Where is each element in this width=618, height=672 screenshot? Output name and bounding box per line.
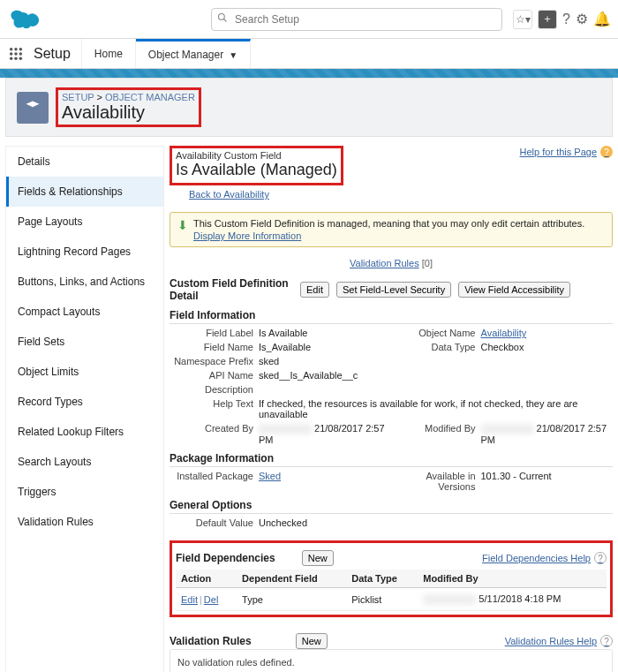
field-pre-title: Availability Custom Field — [176, 150, 337, 161]
object-name-link[interactable]: Availability — [481, 328, 527, 338]
k-object-name: Object Name — [396, 328, 476, 338]
k-api-name: API Name — [170, 370, 253, 381]
dep-del-link[interactable]: Del — [204, 594, 219, 605]
page-help-link[interactable]: Help for this Page ? — [520, 146, 613, 158]
sidebar-item-object-limits[interactable]: Object Limits — [6, 357, 163, 387]
download-icon: ⬇ — [177, 218, 188, 241]
tab-object-manager[interactable]: Object Manager ▼ — [136, 39, 251, 68]
validation-empty: No validation rules defined. — [170, 649, 613, 672]
k-default-value: Default Value — [170, 517, 253, 528]
app-launcher-icon[interactable] — [0, 39, 32, 68]
sidebar-item-fields[interactable]: Fields & Relationships — [6, 177, 163, 207]
blurred-user — [481, 424, 534, 434]
add-icon[interactable]: ＋ — [538, 10, 557, 29]
gear-icon[interactable]: ⚙ — [576, 11, 588, 27]
field-title-box: Availability Custom Field Is Available (… — [170, 146, 343, 185]
v-default-value: Unchecked — [259, 517, 613, 528]
breadcrumb-setup[interactable]: SETUP — [62, 92, 94, 102]
v-created-by: 21/08/2017 2:57 PM — [259, 423, 391, 445]
sidebar-item-triggers[interactable]: Triggers — [6, 477, 163, 507]
k-description: Description — [170, 384, 253, 395]
search-input[interactable] — [233, 12, 496, 26]
field-title: Is Available (Managed) — [176, 161, 337, 179]
svg-point-8 — [10, 57, 12, 59]
svg-point-6 — [14, 52, 17, 55]
v-modified-by: 21/08/2017 2:57 PM — [481, 423, 614, 445]
field-deps-help-label: Field Dependencies Help — [482, 553, 591, 563]
notice-text: This Custom Field Definition is managed,… — [193, 218, 584, 229]
main: Availability Custom Field Is Available (… — [170, 146, 613, 672]
installed-pkg-link[interactable]: Sked — [259, 471, 281, 481]
dep-type-cell: Picklist — [346, 588, 418, 611]
validation-rules-help[interactable]: Validation Rules Help ? — [505, 635, 613, 647]
sidebar-item-page-layouts[interactable]: Page Layouts — [6, 207, 163, 237]
edit-button[interactable]: Edit — [300, 282, 329, 298]
field-info-heading: Field Information — [170, 307, 613, 324]
help-circle-icon: ? — [600, 146, 613, 158]
notification-icon[interactable]: 🔔 — [593, 11, 611, 27]
validation-rules-heading: Validation Rules — [170, 635, 252, 647]
k-field-label: Field Label — [170, 328, 253, 338]
v-field-name: Is_Available — [259, 342, 391, 352]
k-avail-versions: Available in Versions — [396, 471, 476, 492]
sidebar: Details Fields & Relationships Page Layo… — [5, 146, 164, 672]
sidebar-item-lookup-filters[interactable]: Related Lookup Filters — [6, 417, 163, 447]
search-icon — [217, 12, 228, 26]
dep-modby-cell: 5/11/2018 4:18 PM — [418, 588, 607, 611]
sidebar-item-field-sets[interactable]: Field Sets — [6, 327, 163, 357]
set-fls-button[interactable]: Set Field-Level Security — [336, 282, 451, 298]
v-help-text: If checked, the resources is available f… — [259, 398, 613, 419]
col-mod-by: Modified By — [418, 570, 607, 588]
notice-more-link[interactable]: Display More Information — [193, 230, 584, 241]
detail-title: Custom Field Definition Detail — [170, 277, 293, 302]
validation-anchor: Validation Rules [0] — [170, 258, 613, 268]
svg-point-7 — [19, 52, 22, 55]
table-header-row: Action Dependent Field Data Type Modifie… — [176, 570, 607, 588]
validation-rules-anchor-link[interactable]: Validation Rules — [350, 258, 419, 268]
validation-rules-header: Validation Rules New Validation Rules He… — [170, 630, 613, 649]
field-info-grid: Field Label Is Available Object Name Ava… — [170, 328, 613, 445]
page-header-text: SETUP > OBJECT MANAGER Availability — [56, 87, 201, 127]
chevron-down-icon: ▼ — [229, 50, 237, 60]
sidebar-item-record-types[interactable]: Record Types — [6, 387, 163, 417]
favorite-icon[interactable]: ☆▾ — [513, 10, 532, 29]
col-data-type: Data Type — [346, 570, 418, 588]
sidebar-item-lightning-pages[interactable]: Lightning Record Pages — [6, 237, 163, 267]
help-icon[interactable]: ? — [562, 11, 570, 27]
v-field-label: Is Available — [259, 328, 391, 338]
header-actions: ☆▾ ＋ ? ⚙ 🔔 — [513, 10, 611, 29]
k-data-type: Data Type — [396, 342, 476, 352]
back-link[interactable]: Back to Availability — [189, 189, 269, 200]
k-ns-prefix: Namespace Prefix — [170, 356, 253, 366]
content: Details Fields & Relationships Page Layo… — [5, 146, 613, 672]
sidebar-item-search-layouts[interactable]: Search Layouts — [6, 447, 163, 477]
blurred-user — [423, 594, 476, 605]
k-field-name: Field Name — [170, 342, 253, 352]
pkg-grid: Installed Package Sked Available in Vers… — [170, 471, 613, 492]
breadcrumb-object-manager[interactable]: OBJECT MANAGER — [105, 92, 195, 102]
global-search[interactable] — [211, 8, 502, 31]
page-help-label: Help for this Page — [520, 147, 597, 157]
svg-point-0 — [219, 14, 225, 20]
v-ns-prefix: sked — [259, 356, 613, 366]
new-validation-button[interactable]: New — [296, 633, 328, 649]
view-accessibility-button[interactable]: View Field Accessibility — [458, 282, 570, 298]
k-created-by: Created By — [170, 423, 253, 445]
dep-edit-link[interactable]: Edit — [181, 594, 198, 605]
validation-rules-count: [0] — [422, 258, 433, 268]
sidebar-item-validation-rules[interactable]: Validation Rules — [6, 507, 163, 537]
sidebar-item-details[interactable]: Details — [6, 147, 163, 177]
new-dep-button[interactable]: New — [302, 550, 334, 566]
page-title: Availability — [62, 102, 195, 123]
svg-point-9 — [14, 57, 17, 59]
gen-grid: Default Value Unchecked — [170, 517, 613, 528]
field-deps-table: Action Dependent Field Data Type Modifie… — [176, 570, 607, 611]
sidebar-item-buttons-links[interactable]: Buttons, Links, and Actions — [6, 267, 163, 297]
tab-home[interactable]: Home — [82, 39, 136, 68]
field-deps-help[interactable]: Field Dependencies Help ? — [482, 552, 607, 564]
managed-notice: ⬇ This Custom Field Definition is manage… — [170, 212, 613, 247]
v-object-name: Availability — [481, 328, 614, 338]
col-dep-field: Dependent Field — [237, 570, 346, 588]
sidebar-item-compact-layouts[interactable]: Compact Layouts — [6, 297, 163, 327]
topbar: ☆▾ ＋ ? ⚙ 🔔 — [0, 0, 618, 39]
